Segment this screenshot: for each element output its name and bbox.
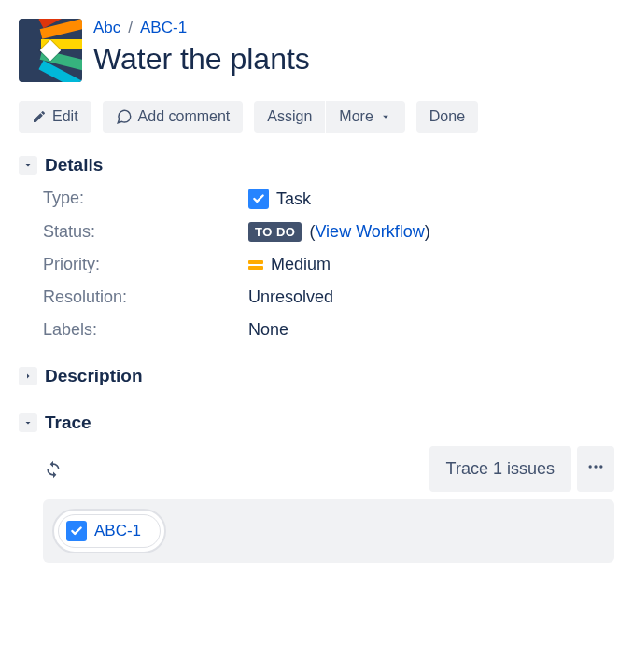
chevron-down-icon [19, 413, 37, 432]
trace-strip: ABC-1 [43, 499, 614, 563]
more-horizontal-icon [586, 457, 605, 476]
trace-chip[interactable]: ABC-1 [52, 509, 166, 553]
project-avatar[interactable] [19, 19, 82, 82]
task-type-icon [66, 521, 87, 541]
svg-point-0 [589, 465, 592, 468]
svg-point-1 [594, 465, 597, 468]
type-label: Type: [43, 189, 248, 209]
chevron-down-icon [19, 156, 37, 175]
trace-heading: Trace [45, 413, 91, 433]
chevron-right-icon [19, 367, 37, 385]
svg-point-2 [599, 465, 602, 468]
task-type-icon [248, 189, 269, 209]
labels-label: Labels: [43, 320, 248, 340]
trace-chip-key: ABC-1 [94, 522, 141, 540]
sync-icon[interactable] [43, 459, 63, 480]
trace-more-button[interactable] [577, 446, 614, 492]
issue-title: Water the plants [93, 41, 614, 77]
labels-value: None [248, 320, 288, 340]
breadcrumb-issue-link[interactable]: ABC-1 [140, 19, 187, 37]
description-heading: Description [45, 366, 143, 386]
details-heading: Details [45, 155, 103, 175]
edit-button-label: Edit [52, 108, 78, 125]
pencil-icon [32, 109, 47, 124]
status-label: Status: [43, 222, 248, 242]
chevron-down-icon [379, 110, 392, 123]
breadcrumb-project-link[interactable]: Abc [93, 19, 120, 37]
priority-label: Priority: [43, 255, 248, 274]
comment-icon [116, 108, 133, 125]
details-section-toggle[interactable]: Details [19, 155, 614, 175]
add-comment-button[interactable]: Add comment [103, 101, 244, 133]
workflow-link-wrap: (View Workflow) [309, 222, 429, 242]
breadcrumb: Abc / ABC-1 [93, 19, 614, 37]
more-dropdown-button[interactable]: More [326, 101, 404, 133]
trace-summary-button[interactable]: Trace 1 issues [429, 446, 571, 492]
breadcrumb-separator: / [128, 19, 133, 37]
trace-section-toggle[interactable]: Trace [19, 413, 614, 433]
priority-medium-icon [248, 260, 263, 270]
more-label: More [339, 108, 373, 125]
view-workflow-link[interactable]: View Workflow [315, 222, 424, 241]
priority-value: Medium [271, 255, 331, 274]
done-button[interactable]: Done [416, 101, 478, 133]
resolution-label: Resolution: [43, 287, 248, 307]
assign-button[interactable]: Assign [254, 101, 325, 133]
edit-button[interactable]: Edit [19, 101, 91, 133]
add-comment-label: Add comment [138, 108, 231, 125]
action-toolbar: Edit Add comment Assign More Done [19, 101, 614, 133]
type-value: Task [276, 189, 311, 209]
description-section-toggle[interactable]: Description [19, 366, 614, 386]
status-badge: TO DO [248, 222, 302, 242]
resolution-value: Unresolved [248, 287, 333, 307]
